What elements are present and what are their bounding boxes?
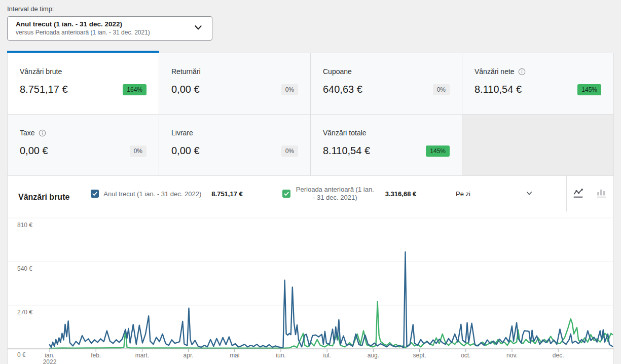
svg-text:iun.: iun. [276, 352, 285, 359]
svg-text:feb.: feb. [91, 352, 101, 359]
info-icon [518, 68, 526, 76]
stat-card[interactable]: Livrare 0,00 € 0% [159, 115, 310, 175]
chart-plot-area: 810 €540 €270 €0 €ian.2022feb.mart.apr.m… [8, 211, 613, 364]
stat-card[interactable]: Taxe 0,00 € 0% [8, 115, 159, 175]
sales-chart: 810 €540 €270 €0 €ian.2022feb.mart.apr.m… [8, 211, 613, 364]
svg-text:2022: 2022 [43, 358, 57, 364]
stat-card-value: 0,00 € [171, 145, 200, 157]
chart-title: Vânzări brute [18, 193, 69, 202]
legend-item[interactable]: Anul trecut (1 ian. - 31 dec. 2022) 8.75… [91, 190, 242, 198]
stat-percentage-badge: 145% [577, 84, 601, 95]
stat-card-value: 0,00 € [171, 84, 200, 95]
stat-card-empty [462, 115, 613, 175]
stat-card[interactable]: Vânzări totale 8.110,54 € 145% [311, 115, 462, 175]
stat-percentage-badge: 145% [426, 145, 450, 157]
svg-text:apr.: apr. [184, 352, 194, 359]
stat-card-label: Vânzări brute [20, 67, 62, 76]
summary-stats: Vânzări brute 8.751,17 € 164% Returnări … [7, 53, 614, 176]
info-icon [39, 129, 46, 137]
stat-card-value: 640,63 € [323, 84, 362, 95]
svg-text:dec.: dec. [553, 352, 564, 359]
svg-text:810 €: 810 € [17, 222, 32, 229]
date-range-secondary: versus Perioada anterioară (1 ian. - 31 … [16, 29, 150, 37]
stat-card-value: 8.110,54 € [474, 84, 522, 95]
checkbox-icon[interactable] [282, 190, 290, 198]
stat-percentage-badge: 0% [281, 84, 298, 95]
chevron-down-icon [194, 23, 203, 34]
svg-text:iul.: iul. [323, 352, 331, 359]
stat-card-value: 0,00 € [20, 145, 48, 157]
stat-card-label: Vânzări nete [474, 67, 515, 76]
analytics-page: { "filter": { "label": "Interval de timp… [0, 0, 621, 364]
stat-percentage-badge: 0% [433, 84, 450, 95]
legend-label: Anul trecut (1 ian. - 31 dec. 2022) [103, 190, 201, 198]
date-range-select[interactable]: Anul trecut (1 ian. - 31 dec. 2022) vers… [7, 16, 212, 41]
stat-card-value: 8.110,54 € [323, 145, 370, 157]
date-range-selected-value: Anul trecut (1 ian. - 31 dec. 2022) vers… [16, 20, 150, 37]
bar-chart-toggle[interactable] [590, 176, 613, 211]
chart-legend: Anul trecut (1 ian. - 31 dec. 2022) 8.75… [91, 186, 416, 202]
stat-percentage-badge: 0% [281, 145, 298, 157]
svg-text:oct.: oct. [461, 352, 470, 359]
svg-text:270 €: 270 € [17, 309, 32, 316]
stat-card[interactable]: Vânzări nete 8.110,54 € 145% [462, 53, 613, 114]
interval-select-value: Pe zi [456, 190, 470, 198]
svg-text:aug.: aug. [368, 352, 379, 359]
legend-item[interactable]: Perioada anterioară (1 ian. - 31 dec. 20… [282, 186, 416, 202]
stat-card[interactable]: Cupoane 640,63 € 0% [311, 53, 462, 114]
svg-text:nov.: nov. [506, 352, 518, 359]
stat-card-label: Vânzări totale [323, 129, 367, 137]
date-range-primary: Anul trecut (1 ian. - 31 dec. 2022) [16, 20, 150, 29]
time-interval-section: Interval de timp: Anul trecut (1 ian. - … [0, 0, 621, 41]
stat-percentage-badge: 0% [130, 145, 147, 157]
legend-value: 3.316,68 € [385, 190, 416, 198]
svg-text:0 €: 0 € [17, 351, 26, 358]
stat-card-value: 8.751,17 € [20, 84, 68, 95]
stat-card[interactable]: Returnări 0,00 € 0% [159, 53, 310, 114]
stat-percentage-badge: 164% [123, 84, 147, 95]
stat-card-label: Livrare [171, 129, 193, 137]
checkbox-icon[interactable] [91, 190, 99, 198]
svg-text:540 €: 540 € [17, 265, 32, 272]
legend-label: Perioada anterioară (1 ian. - 31 dec. 20… [295, 186, 375, 202]
chevron-down-icon [526, 190, 533, 198]
stat-card-label: Cupoane [323, 67, 352, 76]
bar-chart-icon [596, 188, 607, 200]
legend-value: 8.751,17 € [211, 190, 242, 198]
stat-card-label: Taxe [20, 129, 35, 137]
svg-text:mart.: mart. [135, 352, 149, 359]
stat-card-label: Returnări [171, 67, 201, 76]
stat-card[interactable]: Vânzări brute 8.751,17 € 164% [8, 53, 159, 114]
svg-text:sept.: sept. [413, 352, 426, 359]
svg-text:ian.: ian. [45, 352, 54, 359]
svg-text:mai: mai [230, 352, 239, 359]
line-chart-icon [573, 188, 584, 200]
chart-header: Vânzări brute Anul trecut (1 ian. - 31 d… [8, 176, 613, 211]
line-chart-toggle[interactable] [567, 176, 590, 211]
time-interval-label: Interval de timp: [7, 5, 614, 13]
chart-panel: Vânzări brute Anul trecut (1 ian. - 31 d… [7, 176, 614, 364]
interval-select[interactable]: Pe zi [456, 190, 533, 198]
